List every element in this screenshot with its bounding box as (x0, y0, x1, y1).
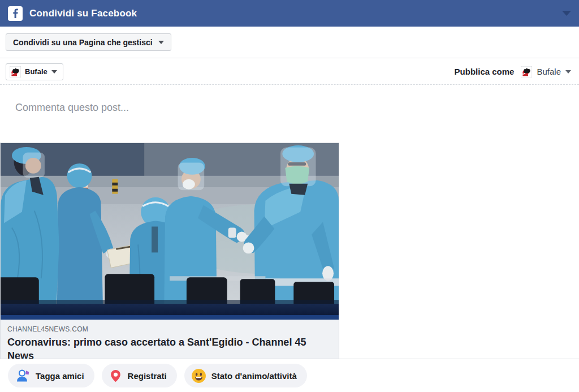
publish-as-page-name: Bufale (537, 67, 561, 76)
comment-input[interactable]: Commenta questo post... (0, 85, 579, 143)
check-in-pin-icon (109, 369, 123, 383)
check-in-button[interactable]: Registrati (102, 364, 177, 387)
share-dialog: Condividi su Facebook Condividi su una P… (0, 0, 579, 392)
publish-as-control[interactable]: Pubblica come Bufale (455, 66, 571, 77)
link-preview-card[interactable]: CHANNEL45NEWS.COM Coronavirus: primo cas… (0, 143, 339, 370)
post-action-bar: Tagga amici Registrati Stato d'animo/att… (0, 359, 579, 392)
page-row: Bufale Pubblica come Bufale (0, 59, 579, 85)
dialog-title: Condividi su Facebook (29, 8, 137, 19)
tag-friends-label: Tagga amici (36, 371, 84, 381)
check-in-label: Registrati (128, 371, 167, 381)
facebook-logo-icon (8, 6, 23, 21)
publish-as-label: Pubblica come (455, 67, 515, 76)
chevron-down-icon (158, 41, 164, 44)
publish-as-avatar (521, 66, 532, 77)
link-domain: CHANNEL45NEWS.COM (7, 325, 332, 333)
header-chevron-down-icon[interactable] (562, 11, 571, 16)
chevron-down-icon (51, 70, 57, 74)
share-target-label: Condividi su una Pagina che gestisci (13, 38, 153, 47)
feeling-activity-icon (191, 368, 206, 384)
chevron-down-icon (565, 70, 571, 74)
page-selector[interactable]: Bufale (6, 63, 63, 80)
tag-friends-icon (15, 368, 31, 384)
link-preview-image (0, 143, 339, 320)
feeling-activity-button[interactable]: Stato d'animo/attività (184, 364, 307, 387)
comment-placeholder: Commenta questo post... (15, 102, 129, 114)
share-target-select[interactable]: Condividi su una Pagina che gestisci (6, 33, 171, 51)
share-target-row: Condividi su una Pagina che gestisci (0, 27, 579, 58)
feeling-activity-label: Stato d'animo/attività (211, 371, 297, 381)
page-name-label: Bufale (25, 67, 47, 76)
dialog-header: Condividi su Facebook (0, 0, 579, 27)
page-avatar (10, 66, 21, 77)
tag-friends-button[interactable]: Tagga amici (8, 364, 94, 387)
